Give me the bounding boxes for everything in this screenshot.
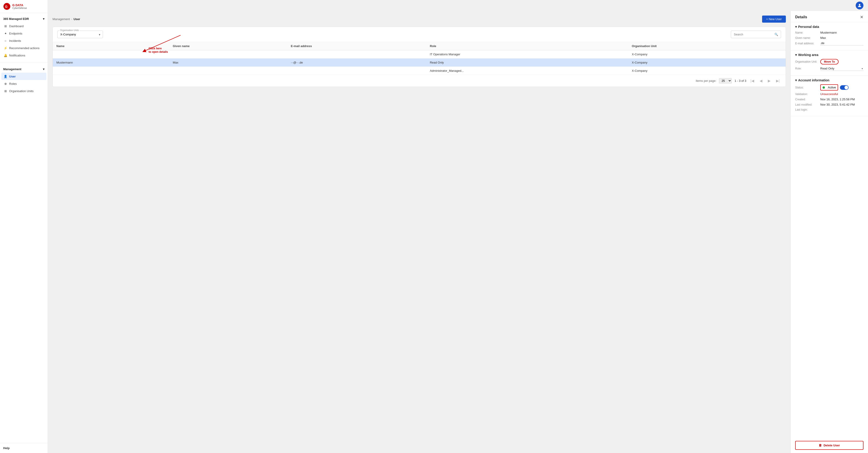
sidebar-item-incidents[interactable]: ○ Incidents bbox=[0, 37, 48, 44]
sidebar-footer: Help bbox=[0, 443, 48, 453]
sidebar-item-recommended-label: Recommended actions bbox=[9, 47, 39, 50]
table-row[interactable]: Administrator_Managed... X-Company bbox=[53, 67, 785, 75]
detail-row-org-unit: Organisation Unit: Move To bbox=[795, 59, 863, 64]
search-input[interactable] bbox=[734, 33, 773, 36]
page-range: 1 - 3 of 3 bbox=[735, 79, 746, 83]
status-box: Active bbox=[820, 84, 838, 90]
first-page-button[interactable]: |◀ bbox=[749, 78, 755, 84]
personal-data-chevron-icon: ▾ bbox=[795, 25, 797, 29]
delete-user-button[interactable]: 🗑 Delete User bbox=[795, 441, 863, 450]
validation-label: Validation: bbox=[795, 92, 820, 96]
working-area-title[interactable]: ▾ Working area bbox=[795, 53, 863, 57]
col-role: Role bbox=[426, 42, 628, 50]
row2-org-unit: X-Company bbox=[628, 58, 785, 67]
col-given-name: Given name bbox=[169, 42, 287, 50]
close-details-button[interactable]: ✕ bbox=[860, 15, 863, 20]
working-area-chevron-icon: ▾ bbox=[795, 53, 797, 57]
prev-page-button[interactable]: ◀ bbox=[758, 78, 764, 84]
roles-icon: ⊕ bbox=[4, 82, 7, 85]
breadcrumb-current: User bbox=[73, 17, 80, 21]
sidebar-item-user[interactable]: 👤 User bbox=[1, 73, 46, 80]
management-nav: Management ▾ 👤 User ⊕ Roles ⊞ Organisati… bbox=[0, 63, 48, 97]
logo-icon: G bbox=[3, 3, 10, 10]
org-icon: ⊞ bbox=[4, 89, 7, 93]
svg-point-2 bbox=[859, 4, 861, 5]
sidebar-item-roles[interactable]: ⊕ Roles bbox=[0, 80, 48, 87]
row3-email bbox=[287, 67, 426, 75]
search-icon: 🔍 bbox=[774, 33, 778, 36]
page-header: Management › User + New User bbox=[53, 16, 786, 23]
last-login-label: Last login: bbox=[795, 108, 820, 111]
breadcrumb-parent: Management bbox=[53, 17, 70, 21]
detail-row-email: E-mail address: .de bbox=[795, 41, 863, 46]
toggle-slider bbox=[840, 85, 848, 90]
sidebar-item-user-label: User bbox=[9, 75, 16, 78]
management-section-title[interactable]: Management ▾ bbox=[0, 65, 48, 73]
sidebar-item-dashboard[interactable]: ⊞ Dashboard bbox=[0, 22, 48, 30]
status-toggle[interactable] bbox=[840, 85, 848, 90]
row2-email: ···@···.de bbox=[287, 58, 426, 67]
name-label: Name: bbox=[795, 31, 820, 34]
new-user-button[interactable]: + New User bbox=[762, 16, 786, 23]
sidebar-item-org-label: Organisation Units bbox=[9, 89, 34, 93]
items-per-page-select[interactable]: 10 25 50 100 bbox=[719, 78, 732, 83]
role-select[interactable]: Read Only IT Operations Manager Administ… bbox=[820, 66, 863, 71]
sidebar-item-endpoints-label: Endpoints bbox=[9, 32, 22, 35]
sidebar-item-notifications[interactable]: 🔔 Notifications bbox=[0, 52, 48, 59]
sidebar: G G DATA CyberDefense 365 Managed EDR ▾ … bbox=[0, 0, 48, 453]
breadcrumb: Management › User bbox=[53, 17, 80, 21]
personal-data-title[interactable]: ▾ Personal data bbox=[795, 25, 863, 29]
content-area: Management › User + New User Organisatio… bbox=[48, 11, 868, 453]
new-user-label: + New User bbox=[766, 17, 782, 21]
org-unit-value: X-Company bbox=[60, 33, 76, 36]
detail-row-last-modified: Last modified: Nov 30, 2023, 5:41:42 PM bbox=[795, 103, 863, 106]
last-page-button[interactable]: ▶| bbox=[775, 78, 781, 84]
last-modified-label: Last modified: bbox=[795, 103, 820, 106]
personal-data-section: ▾ Personal data Name: Mustermann Given n… bbox=[790, 22, 868, 50]
status-value: Active bbox=[828, 86, 836, 89]
app-logo: G G DATA CyberDefense bbox=[0, 0, 48, 13]
next-page-button[interactable]: ▶ bbox=[767, 78, 772, 84]
col-org-unit: Organisation Unit bbox=[628, 42, 785, 50]
move-to-button[interactable]: Move To bbox=[820, 59, 839, 64]
name-value: Mustermann bbox=[820, 31, 863, 34]
app-name: G DATA bbox=[12, 3, 27, 7]
pagination: Items per page: 10 25 50 100 1 - 3 of 3 … bbox=[53, 75, 785, 87]
given-name-label: Given name: bbox=[795, 36, 820, 39]
items-per-page-select-wrapper: 10 25 50 100 bbox=[719, 78, 732, 83]
detail-row-name: Name: Mustermann bbox=[795, 31, 863, 34]
org-unit-select[interactable]: Organisation Units X-Company ▾ bbox=[57, 31, 103, 38]
main-wrapper: Management › User + New User Organisatio… bbox=[48, 0, 868, 453]
validation-value: Unsuccessful bbox=[820, 92, 863, 96]
detail-row-created: Created: Nov 16, 2023, 1:25:58 PM bbox=[795, 97, 863, 101]
row1-email bbox=[287, 50, 426, 58]
table-row[interactable]: IT Operations Manager X-Company bbox=[53, 50, 785, 58]
last-modified-value: Nov 30, 2023, 5:41:42 PM bbox=[820, 103, 863, 106]
search-box: 🔍 bbox=[731, 31, 781, 38]
account-info-label: Account information bbox=[798, 78, 830, 82]
main-section-title[interactable]: 365 Managed EDR ▾ bbox=[0, 15, 48, 22]
sidebar-item-endpoints[interactable]: ✦ Endpoints bbox=[0, 30, 48, 37]
email-value: .de bbox=[820, 41, 863, 46]
main-nav: 365 Managed EDR ▾ ⊞ Dashboard ✦ Endpoint… bbox=[0, 13, 48, 61]
items-per-page-label: Items per page: bbox=[696, 79, 716, 83]
sidebar-item-recommended-actions[interactable]: ⚡ Recommended actions bbox=[0, 44, 48, 52]
email-label: E-mail address: bbox=[795, 42, 820, 45]
row1-role: IT Operations Manager bbox=[426, 50, 628, 58]
table-row-selected[interactable]: Mustermann Max ···@···.de Read Only X-Co… bbox=[53, 58, 785, 67]
page-content: Management › User + New User Organisatio… bbox=[48, 11, 790, 453]
created-label: Created: bbox=[795, 98, 820, 101]
details-title: Details bbox=[795, 15, 807, 19]
svg-text:G: G bbox=[5, 5, 7, 8]
user-avatar[interactable] bbox=[856, 2, 863, 9]
sidebar-item-org-units[interactable]: ⊞ Organisation Units bbox=[0, 87, 48, 95]
table-wrapper: Click here to open details Name Given na… bbox=[53, 42, 785, 75]
delete-icon: 🗑 bbox=[819, 444, 822, 447]
delete-section: 🗑 Delete User bbox=[790, 438, 868, 453]
row3-name bbox=[53, 67, 169, 75]
org-unit-detail-label: Organisation Unit: bbox=[795, 60, 820, 63]
sidebar-divider bbox=[0, 62, 48, 62]
detail-row-role: Role: Read Only IT Operations Manager Ad… bbox=[795, 66, 863, 71]
user-icon: 👤 bbox=[4, 75, 7, 78]
account-info-title[interactable]: ▾ Account information bbox=[795, 78, 863, 82]
